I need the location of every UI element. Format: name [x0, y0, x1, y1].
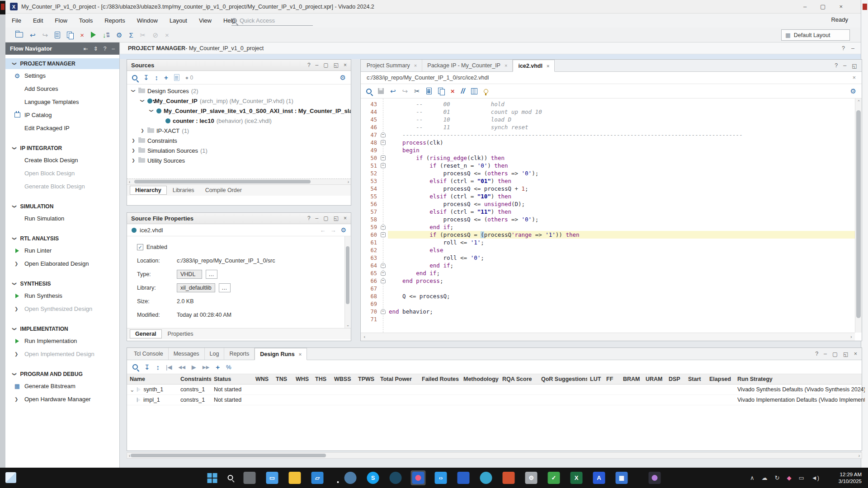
cut-disabled-icon[interactable]: ✂ — [140, 32, 146, 38]
flow-section-program-and-debug[interactable]: ❯PROGRAM AND DEBUG — [5, 369, 119, 380]
tree-item[interactable]: ❯IP-XACT (1) — [127, 126, 351, 136]
code-line[interactable]: 54 processQ <= processQ + 1; — [361, 185, 855, 192]
editor-vscrollbar[interactable]: ⌃ — [855, 99, 862, 333]
tree-item[interactable]: ❯My_Counter_IP(arch_imp) (My_Counter_IP.… — [127, 96, 351, 106]
undo-icon[interactable]: ↩ — [30, 32, 36, 38]
help-icon[interactable]: ? — [307, 215, 311, 221]
flow-item-generate-block-design[interactable]: Generate Block Design — [5, 180, 119, 193]
close-icon[interactable]: × — [344, 62, 347, 68]
flow-item-run-linter[interactable]: Run Linter — [5, 244, 119, 257]
editor-tab-package-ip---my_counter_ip[interactable]: Package IP - My_Counter_IP× — [422, 60, 513, 71]
cut-icon[interactable]: ✂ — [414, 88, 420, 94]
chevron-right-icon[interactable]: ❯ — [131, 158, 136, 163]
dark-creative-app-icon[interactable] — [647, 470, 662, 485]
scroll-right-icon[interactable]: › — [849, 334, 853, 340]
fold-marker[interactable]: − — [377, 309, 389, 314]
column-header-methodology[interactable]: Methodology — [461, 376, 500, 382]
properties-vscrollbar[interactable]: ⌄ — [344, 236, 350, 328]
code-line[interactable]: 66− end process; — [361, 277, 855, 285]
editor-hscrollbar[interactable]: ‹ › — [361, 333, 855, 341]
code-line[interactable]: 48− process(clk) — [361, 139, 855, 146]
menu-layout[interactable]: Layout — [170, 17, 187, 24]
chevron-right-icon[interactable]: ❯ — [131, 148, 136, 153]
flow-item-generate-bitstream[interactable]: ▦Generate Bitstream — [5, 380, 119, 393]
close-icon[interactable]: × — [505, 63, 507, 68]
code-line[interactable]: 55 elsif (ctrl = "10") then — [361, 192, 855, 200]
code-line[interactable]: 59− end if; — [361, 223, 855, 231]
fold-marker[interactable]: − — [377, 225, 389, 230]
delete-icon[interactable]: × — [451, 88, 455, 94]
bottom-tab-log[interactable]: Log — [205, 348, 225, 360]
close-button[interactable]: × — [839, 3, 843, 10]
flow-item-open-synthesized-design[interactable]: ❯Open Synthesized Design — [5, 302, 119, 315]
menu-window[interactable]: Window — [137, 17, 158, 24]
add-sources-icon[interactable]: + — [164, 74, 168, 81]
fold-marker[interactable]: − — [377, 278, 389, 283]
fold-marker[interactable]: − — [377, 132, 389, 137]
chevron-down-icon[interactable]: ❯ — [149, 108, 154, 113]
flow-section-simulation[interactable]: ❯SIMULATION — [5, 201, 119, 212]
display-icon[interactable]: ▭ — [799, 474, 804, 481]
close-icon[interactable]: × — [854, 351, 857, 357]
redo-icon[interactable]: ↪ — [402, 88, 408, 94]
help-icon[interactable]: ? — [104, 46, 107, 52]
code-line[interactable]: 64− end if; — [361, 262, 855, 269]
flow-section-rtl-analysis[interactable]: ❯RTL ANALYSIS — [5, 233, 119, 244]
column-header-failed-routes[interactable]: Failed Routes — [419, 376, 461, 382]
fold-marker[interactable]: − — [377, 163, 389, 168]
search-icon[interactable] — [132, 75, 137, 80]
tab-libraries[interactable]: Libraries — [168, 186, 199, 194]
collapse-all-icon[interactable]: ↧ — [144, 364, 150, 371]
expand-all-icon[interactable]: ↕ — [155, 74, 159, 81]
flow-item-open-block-design[interactable]: Open Block Design — [5, 167, 119, 180]
column-header-dsp[interactable]: DSP — [666, 376, 685, 382]
taskbar-clock[interactable]: 12:29 AM 3/10/2025 — [839, 471, 862, 485]
flow-item-create-block-design[interactable]: Create Block Design — [5, 154, 119, 167]
code-line[interactable]: 71 — [361, 315, 855, 323]
table-row[interactable]: ⌄synth_1constrs_1Not startedVivado Synth… — [127, 385, 862, 395]
browse-button[interactable]: … — [219, 283, 231, 292]
expand-nav-icon[interactable]: ⇕ — [94, 46, 98, 52]
code-line[interactable]: 61 roll <= '1'; — [361, 239, 855, 246]
menu-view[interactable]: View — [199, 17, 212, 24]
column-header-qor-suggestions[interactable]: QoR Suggestions — [538, 376, 587, 382]
excel-app-icon[interactable]: X — [569, 470, 584, 485]
close-disabled-icon[interactable]: × — [165, 32, 169, 38]
tab-properties[interactable]: Properties — [163, 330, 198, 338]
back-icon[interactable]: ← — [320, 227, 326, 234]
code-line[interactable]: 58 processQ <= (others => '0'); — [361, 216, 855, 223]
scroll-right-icon[interactable]: › — [859, 453, 860, 459]
sources-hscrollbar[interactable]: ‹ › — [127, 178, 351, 184]
flow-item-edit-packaged-ip[interactable]: Edit Packaged IP — [5, 122, 119, 135]
delete-icon[interactable]: × — [80, 32, 84, 38]
property-value-box[interactable]: VHDL — [177, 270, 202, 279]
float-icon[interactable]: ◱ — [334, 62, 339, 68]
skype-app-icon[interactable]: S — [366, 470, 381, 485]
bottom-hscrollbar[interactable]: ‹ › — [127, 452, 862, 459]
column-header-name[interactable]: Name — [127, 376, 178, 382]
open-folder-icon[interactable] — [15, 32, 23, 38]
minimize-button[interactable]: – — [803, 3, 807, 10]
code-editor[interactable]: 43 -- 00 hold44 -- 01 count up mod 1045 … — [361, 99, 862, 341]
code-line[interactable]: 69 — [361, 300, 855, 308]
menu-tools[interactable]: Tools — [79, 17, 93, 24]
step-back-icon[interactable]: ◀◀ — [178, 365, 185, 370]
column-header-elapsed[interactable]: Elapsed — [707, 376, 735, 382]
flow-item-open-elaborated-design[interactable]: ❯Open Elaborated Design — [5, 257, 119, 270]
flow-item-add-sources[interactable]: Add Sources — [5, 82, 119, 95]
column-header-wbss[interactable]: WBSS — [331, 376, 355, 382]
browse-button[interactable]: … — [206, 270, 217, 279]
column-header-run-strategy[interactable]: Run Strategy — [735, 376, 865, 382]
float-icon[interactable]: ◱ — [843, 351, 849, 357]
minimize-icon[interactable]: – — [316, 62, 319, 68]
chevron-right-icon[interactable]: ❯ — [131, 138, 136, 143]
browser-app-icon[interactable] — [343, 470, 358, 485]
code-line[interactable]: 62 else — [361, 246, 855, 254]
code-line[interactable]: 53 elsif (ctrl = "01") then — [361, 177, 855, 185]
create-run-icon[interactable]: + — [216, 364, 220, 371]
search-icon[interactable] — [132, 364, 138, 370]
column-header-status[interactable]: Status — [211, 376, 253, 382]
scroll-left-icon[interactable]: ‹ — [129, 179, 130, 185]
editor-tab-project-summary[interactable]: Project Summary× — [362, 60, 422, 71]
code-line[interactable]: 67 — [361, 285, 855, 292]
